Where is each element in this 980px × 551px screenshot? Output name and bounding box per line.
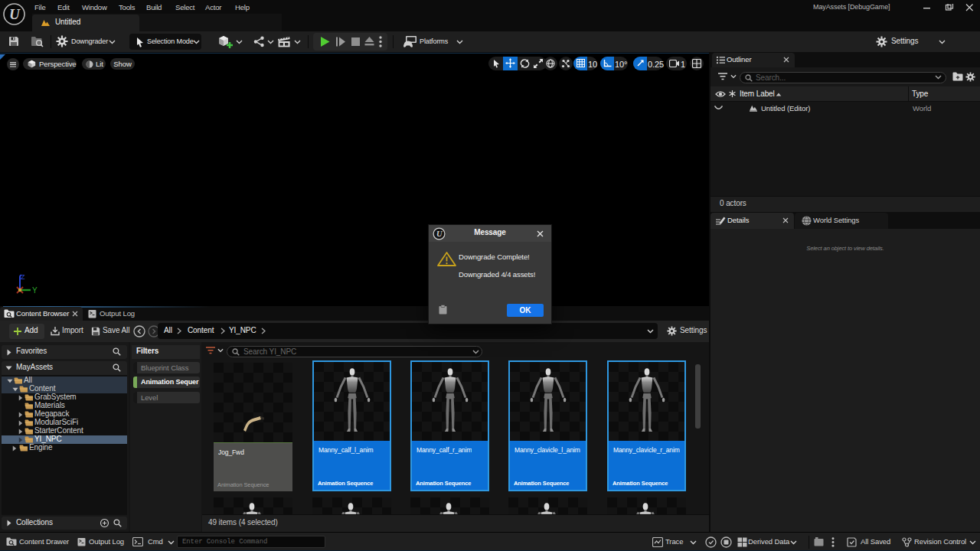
svg-text:Z: Z: [21, 273, 25, 281]
svg-text:Y: Y: [32, 286, 38, 295]
svg-text:U: U: [9, 6, 21, 22]
